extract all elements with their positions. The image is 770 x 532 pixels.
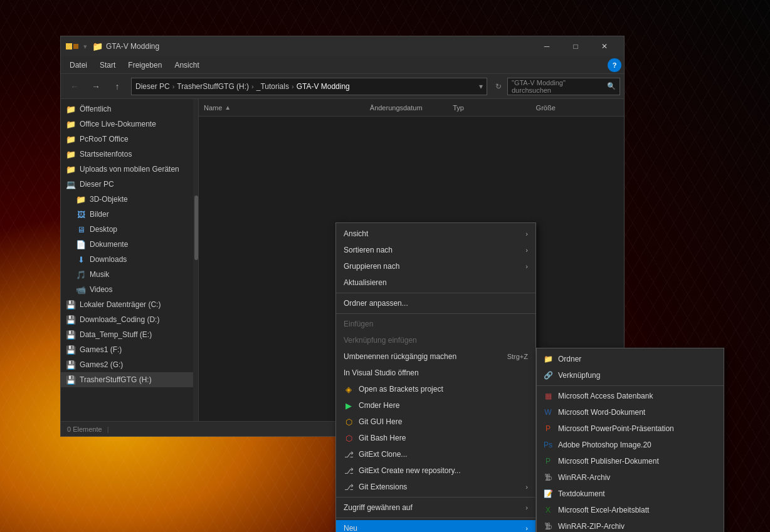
git-bash-icon: ⬡ <box>344 433 354 443</box>
address-bar[interactable]: Dieser PC › TrasherStuffGTG (H:) › _Tuto… <box>131 78 487 95</box>
sidebar-item-drive-d[interactable]: 💾 Downloads_Coding (D:) <box>61 312 198 327</box>
ctx-label: Umbenennen rückgängig machen <box>344 352 456 361</box>
sidebar: 📁 Öffentlich 📁 Office Live-Dokumente 📁 P… <box>61 99 199 421</box>
refresh-button[interactable]: ↻ <box>491 79 506 94</box>
submenu-verknupfung[interactable]: 🔗 Verknüpfung <box>537 367 724 383</box>
menu-ansicht[interactable]: Ansicht <box>168 58 205 72</box>
col-name-label: Name <box>204 104 222 112</box>
window-controls: ─ □ ✕ <box>532 36 619 56</box>
folder-icon: 📁 <box>543 354 553 364</box>
ppt-icon: P <box>543 424 553 434</box>
sidebar-item-dokumente[interactable]: 📄 Dokumente <box>61 237 198 252</box>
folder-icon: 📁 <box>66 104 76 114</box>
sidebar-item-drive-e[interactable]: 💾 Data_Temp_Stuff (E:) <box>61 327 198 342</box>
ctx-label: Git Extensions <box>359 482 407 491</box>
folder-icon: 🖥 <box>76 224 86 234</box>
sidebar-item-pcroot[interactable]: 📁 PcRooT Office <box>61 132 198 147</box>
help-button[interactable]: ? <box>608 58 621 72</box>
submenu-excel[interactable]: X Microsoft Excel-Arbeitsblatt <box>537 502 724 518</box>
sidebar-item-office-live[interactable]: 📁 Office Live-Dokumente <box>61 117 198 132</box>
pc-icon: 💻 <box>66 179 76 189</box>
submenu-arrow-icon: › <box>525 246 528 254</box>
ctx-git-extensions[interactable]: ⎇ Git Extensions › <box>336 479 535 495</box>
ctx-aktualisieren[interactable]: Aktualisieren <box>336 274 535 291</box>
ctx-gitext-create[interactable]: ⎇ GitExt Create new repository... <box>336 462 535 479</box>
ctx-gitext-clone[interactable]: ⎇ GitExt Clone... <box>336 446 535 462</box>
submenu-label: Verknüpfung <box>558 371 600 380</box>
submenu-winrar-zip[interactable]: 🗜 WinRAR-ZIP-Archiv <box>537 518 724 532</box>
ctx-label: Neu <box>344 524 357 532</box>
ctx-zugriff[interactable]: Zugriff gewähren auf › <box>336 499 535 516</box>
back-button[interactable]: ← <box>65 76 85 96</box>
sidebar-scrollbar[interactable] <box>193 99 198 421</box>
submenu-ordner[interactable]: 📁 Ordner <box>537 351 724 367</box>
ctx-git-bash[interactable]: ⬡ Git Bash Here <box>336 430 535 446</box>
ctx-git-gui[interactable]: ⬡ Git GUI Here <box>336 414 535 430</box>
sidebar-item-desktop[interactable]: 🖥 Desktop <box>61 222 198 237</box>
close-button[interactable]: ✕ <box>590 36 619 56</box>
submenu-arrow-icon: › <box>525 504 528 511</box>
address-dropdown-icon[interactable]: ▾ <box>479 82 483 91</box>
submenu-word[interactable]: W Microsoft Word-Dokument <box>537 404 724 420</box>
ctx-brackets[interactable]: ◈ Open as Brackets project <box>336 381 535 397</box>
sidebar-item-uploads[interactable]: 📁 Uploads von mobilen Geräten <box>61 162 198 177</box>
submenu-label: Microsoft Excel-Arbeitsblatt <box>558 506 649 514</box>
address-part-1: Dieser PC <box>135 82 170 91</box>
ctx-sortieren[interactable]: Sortieren nach › <box>336 242 535 258</box>
sidebar-label: Videos <box>90 285 112 294</box>
maximize-button[interactable]: □ <box>561 36 590 56</box>
ctx-ordner-anpassen[interactable]: Ordner anpassen... <box>336 295 535 311</box>
toolbar: ← → ↑ Dieser PC › TrasherStuffGTG (H:) ›… <box>61 74 624 99</box>
sidebar-item-3d[interactable]: 📁 3D-Objekte <box>61 192 198 207</box>
ctx-ansicht[interactable]: Ansicht › <box>336 226 535 242</box>
col-size[interactable]: Größe <box>536 104 619 112</box>
sidebar-item-dieser-pc[interactable]: 💻 Dieser PC <box>61 177 198 192</box>
ctx-label: Ordner anpassen... <box>344 299 408 308</box>
sidebar-item-startseitenfotos[interactable]: 📁 Startseitenfotos <box>61 147 198 162</box>
sidebar-label: Lokaler Datenträger (C:) <box>80 300 161 309</box>
ctx-label: Git GUI Here <box>359 417 402 426</box>
minimize-button[interactable]: ─ <box>532 36 561 56</box>
submenu-ppt[interactable]: P Microsoft PowerPoint-Präsentation <box>537 420 724 437</box>
sidebar-item-drive-f[interactable]: 💾 Games1 (F:) <box>61 342 198 357</box>
sidebar-item-downloads[interactable]: ⬇ Downloads <box>61 252 198 267</box>
ctx-visual-studio[interactable]: In Visual Studio öffnen <box>336 365 535 381</box>
status-count: 0 Elemente <box>67 425 102 433</box>
menu-start[interactable]: Start <box>93 58 122 72</box>
sidebar-label: Games1 (F:) <box>80 345 122 354</box>
submenu-access[interactable]: ▦ Microsoft Access Datenbank <box>537 388 724 404</box>
search-bar[interactable]: "GTA-V Modding" durchsuchen 🔍 <box>507 78 620 95</box>
sidebar-item-bilder[interactable]: 🖼 Bilder <box>61 207 198 222</box>
sidebar-item-drive-h[interactable]: 💾 TrasherStuffGTG (H:) <box>61 372 198 387</box>
sidebar-item-videos[interactable]: 📹 Videos <box>61 282 198 297</box>
sidebar-item-musik[interactable]: 🎵 Musik <box>61 267 198 282</box>
submenu-txt[interactable]: 📝 Textdokument <box>537 486 724 502</box>
sidebar-item-offentlich[interactable]: 📁 Öffentlich <box>61 102 198 117</box>
ctx-neu[interactable]: Neu › <box>336 520 535 532</box>
col-type[interactable]: Typ <box>453 104 535 112</box>
menu-datei[interactable]: Datei <box>63 58 93 72</box>
sidebar-item-drive-g[interactable]: 💾 Games2 (G:) <box>61 357 198 372</box>
submenu-photoshop[interactable]: Ps Adobe Photoshop Image.20 <box>537 437 724 453</box>
ctx-umbenennen[interactable]: Umbenennen rückgängig machen Strg+Z <box>336 348 535 365</box>
submenu-publisher[interactable]: P Microsoft Publisher-Dokument <box>537 453 724 469</box>
up-button[interactable]: ↑ <box>107 76 127 96</box>
sidebar-label: Startseitenfotos <box>80 150 132 159</box>
ctx-label: Cmder Here <box>359 401 399 410</box>
ctx-cmder[interactable]: ▶ Cmder Here <box>336 397 535 414</box>
submenu-winrar[interactable]: 🗜 WinRAR-Archiv <box>537 469 724 486</box>
ctx-label: In Visual Studio öffnen <box>344 368 419 377</box>
ctx-divider-3 <box>336 497 535 498</box>
col-name[interactable]: Name ▲ <box>204 104 370 112</box>
col-date[interactable]: Änderungsdatum <box>370 104 453 112</box>
folder-icon: 📁 <box>66 134 76 144</box>
drive-icon: 💾 <box>66 300 76 310</box>
sidebar-item-drive-c[interactable]: 💾 Lokaler Datenträger (C:) <box>61 297 198 312</box>
title-separator: ▾ <box>83 43 87 51</box>
menu-freigeben[interactable]: Freigeben <box>122 58 168 72</box>
forward-button[interactable]: → <box>86 76 106 96</box>
ctx-gruppieren[interactable]: Gruppieren nach › <box>336 258 535 274</box>
menu-bar: Datei Start Freigeben Ansicht ? <box>61 56 624 74</box>
ctx-verknupfung-einfugen[interactable]: Verknüpfung einfügen <box>336 332 535 348</box>
ctx-einfugen[interactable]: Einfügen <box>336 316 535 332</box>
